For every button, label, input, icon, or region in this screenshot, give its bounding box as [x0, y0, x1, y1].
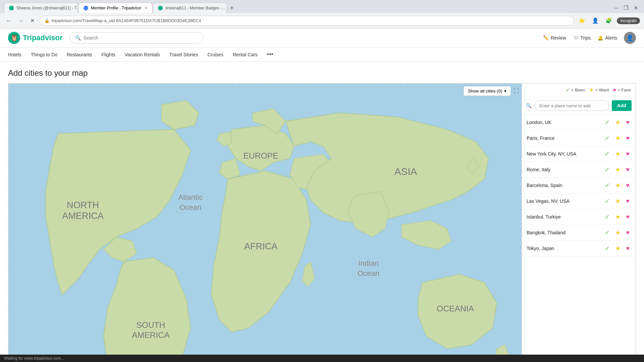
search-input[interactable] [84, 35, 198, 41]
want-button-6[interactable]: ★ [614, 213, 622, 221]
close-window-button[interactable]: ✕ [632, 4, 640, 12]
profile-button[interactable]: 👤 [590, 16, 601, 25]
want-button-3[interactable]: ★ [614, 165, 622, 174]
nav-flights[interactable]: Flights [102, 52, 115, 57]
incognito-badge: Incognito [617, 17, 640, 24]
chevron-down-icon: ▾ [504, 88, 506, 94]
fave-button-7[interactable]: ♥ [625, 229, 631, 237]
logo-icon: 🦉 [8, 32, 20, 44]
want-button-8[interactable]: ★ [614, 244, 622, 253]
svg-text:SOUTH: SOUTH [136, 320, 165, 329]
status-text: Waiting for www.tripadvisor.com... [4, 356, 64, 361]
city-search-input[interactable] [534, 101, 609, 111]
fave-button-3[interactable]: ♥ [625, 166, 631, 174]
city-row: Rome, Italy ✓ ★ ♥ [522, 162, 636, 178]
svg-text:Indian: Indian [358, 259, 378, 267]
city-search-icon: 🔍 [526, 103, 532, 108]
svg-text:Atlantic: Atlantic [178, 193, 203, 201]
nav-travel-stories[interactable]: Travel Stories [169, 52, 198, 57]
fave-button-0[interactable]: ♥ [625, 118, 631, 127]
user-avatar[interactable]: 👤 [624, 32, 636, 44]
address-bar[interactable]: 🔒 tripadvisor.com/TravelMap-a_uid.6A1464… [39, 16, 574, 25]
want-button-4[interactable]: ★ [614, 181, 622, 190]
fave-button-2[interactable]: ♥ [625, 150, 631, 158]
nav-hotels[interactable]: Hotels [8, 52, 21, 57]
bookmark-button[interactable]: ⭐ [577, 16, 587, 25]
city-name: Las Vegas, NV, USA [527, 198, 601, 204]
want-star-icon: ★ [589, 87, 594, 93]
back-button[interactable]: ← [4, 16, 13, 25]
map-area[interactable]: Show all cities (0) ▾ ⛶ [8, 83, 522, 362]
svg-text:Ocean: Ocean [179, 203, 201, 212]
been-button-1[interactable]: ✓ [603, 134, 611, 142]
new-tab-button[interactable]: + [227, 3, 236, 13]
city-row: New York City, NY, USA ✓ ★ ♥ [522, 146, 636, 162]
lock-icon: 🔒 [44, 18, 50, 23]
city-row: Paris, France ✓ ★ ♥ [522, 130, 636, 146]
legend-fave: ♥ = Fave [613, 87, 631, 93]
been-button-5[interactable]: ✓ [603, 197, 611, 205]
nav-things-to-do[interactable]: Things to Do [31, 52, 57, 57]
site-navigation: Hotels Things to Do Restaurants Flights … [0, 48, 644, 62]
show-cities-button[interactable]: Show all cities (0) ▾ [464, 86, 511, 96]
been-button-7[interactable]: ✓ [603, 228, 611, 237]
tab-2[interactable]: Member Profile - Tripadvisor ✕ [78, 3, 152, 13]
minimize-button[interactable]: ─ [612, 4, 620, 12]
been-button-2[interactable]: ✓ [603, 149, 611, 158]
extensions-button[interactable]: 🧩 [603, 16, 614, 25]
svg-text:AMERICA: AMERICA [62, 210, 104, 221]
nav-restaurants[interactable]: Restaurants [67, 52, 92, 57]
svg-text:ASIA: ASIA [394, 166, 417, 177]
been-button-8[interactable]: ✓ [603, 244, 611, 253]
nav-rental-cars[interactable]: Rental Cars [233, 52, 258, 57]
logo-text: Tripadvisor [23, 34, 63, 42]
svg-text:AMERICA: AMERICA [132, 330, 170, 340]
want-button-1[interactable]: ★ [614, 134, 622, 142]
fave-button-8[interactable]: ♥ [625, 244, 631, 253]
city-name: Rome, Italy [527, 167, 601, 172]
city-name: Bangkok, Thailand [527, 230, 601, 235]
tab-1[interactable]: Sheena Jones (@sheenaj611) - T... ✕ [4, 3, 78, 13]
been-button-6[interactable]: ✓ [603, 213, 611, 221]
been-button-0[interactable]: ✓ [603, 118, 611, 127]
reload-button[interactable]: ✕ [28, 16, 37, 25]
been-button-4[interactable]: ✓ [603, 181, 611, 190]
bell-icon: 🔔 [597, 35, 603, 41]
add-city-button[interactable]: Add [612, 100, 632, 111]
svg-text:Ocean: Ocean [358, 269, 379, 278]
world-map-svg: NORTH AMERICA SOUTH AMERICA EUROPE AFRIC… [8, 83, 522, 362]
want-button-0[interactable]: ★ [614, 118, 622, 127]
want-button-7[interactable]: ★ [614, 228, 622, 237]
forward-button[interactable]: → [16, 16, 25, 25]
legend-row: ✓ = Been ★ = Want ♥ = Fave [522, 83, 636, 97]
fullscreen-icon[interactable]: ⛶ [514, 88, 519, 94]
svg-text:AFRICA: AFRICA [244, 241, 278, 251]
browser-tab-bar: Sheena Jones (@sheenaj611) - T... ✕ Memb… [0, 0, 644, 13]
city-name: London, UK [527, 120, 601, 125]
show-cities-label: Show all cities (0) [468, 88, 502, 94]
fave-button-1[interactable]: ♥ [625, 134, 631, 142]
city-row: Las Vegas, NV, USA ✓ ★ ♥ [522, 193, 636, 209]
more-nav-button[interactable]: ••• [267, 51, 273, 58]
logo-link[interactable]: 🦉 Tripadvisor [8, 32, 63, 44]
trips-button[interactable]: 🤍 Trips [573, 35, 591, 41]
nav-vacation-rentals[interactable]: Vacation Rentals [125, 52, 160, 57]
city-list: London, UK ✓ ★ ♥ Paris, France ✓ ★ ♥ New… [522, 115, 636, 362]
fave-button-6[interactable]: ♥ [625, 213, 631, 221]
tab-close-2[interactable]: ✕ [144, 6, 148, 10]
want-button-5[interactable]: ★ [614, 197, 622, 205]
want-button-2[interactable]: ★ [614, 149, 622, 158]
tab-favicon-3 [158, 6, 163, 10]
tab-favicon-2 [84, 6, 88, 10]
page-content: Add cities to your map Show all cities (… [0, 62, 644, 362]
review-button[interactable]: ✏️ Review [543, 35, 566, 41]
global-search-bar[interactable]: 🔍 [69, 32, 204, 44]
tab-favicon-1 [9, 6, 14, 10]
tab-3[interactable]: sheenaj611 - Member Badges -... ✕ [153, 3, 227, 13]
fave-button-5[interactable]: ♥ [625, 197, 631, 205]
been-button-3[interactable]: ✓ [603, 165, 611, 174]
restore-button[interactable]: ❐ [622, 4, 630, 12]
fave-button-4[interactable]: ♥ [625, 181, 631, 190]
nav-cruises[interactable]: Cruises [207, 52, 223, 57]
alerts-button[interactable]: 🔔 Alerts [597, 35, 617, 41]
